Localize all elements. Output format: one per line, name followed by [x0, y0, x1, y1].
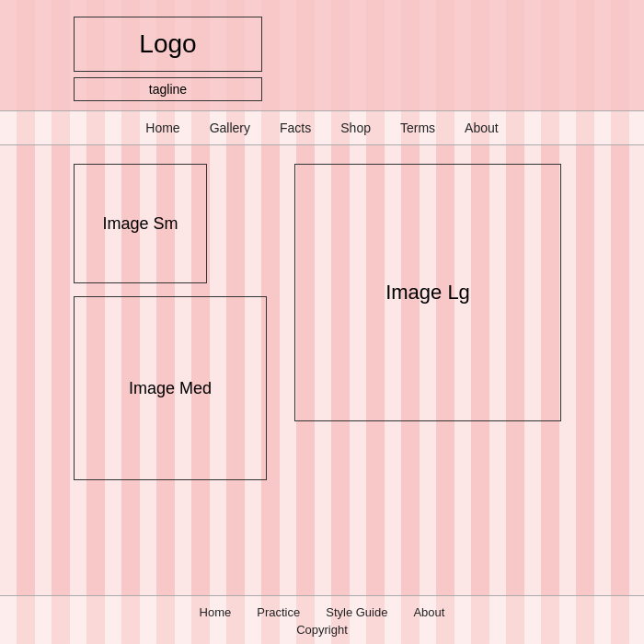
footer-nav-item-home[interactable]: Home [200, 605, 232, 619]
footer: Home Practice Style Guide About Copyrigh… [0, 595, 644, 644]
footer-copyright: Copyright [296, 623, 348, 637]
nav-item-gallery[interactable]: Gallery [210, 121, 250, 135]
tagline-box: tagline [74, 77, 262, 101]
left-column: Image Sm Image Med [74, 164, 267, 577]
nav-item-terms[interactable]: Terms [400, 121, 435, 135]
nav-bar: Home Gallery Facts Shop Terms About [0, 110, 644, 145]
nav-item-shop[interactable]: Shop [340, 121, 371, 135]
nav-item-home[interactable]: Home [145, 121, 179, 135]
header: Logo tagline [0, 0, 644, 110]
logo-text: Logo [139, 29, 196, 59]
image-med-box: Image Med [74, 296, 267, 480]
image-sm-label: Image Sm [102, 214, 178, 234]
right-column: Image Lg [294, 164, 570, 577]
nav-item-about[interactable]: About [465, 121, 499, 135]
logo-box: Logo [74, 17, 262, 72]
footer-nav: Home Practice Style Guide About [200, 605, 445, 619]
image-lg-box: Image Lg [294, 164, 561, 421]
image-lg-label: Image Lg [385, 281, 470, 305]
footer-nav-item-practice[interactable]: Practice [257, 605, 300, 619]
nav-item-facts[interactable]: Facts [280, 121, 311, 135]
page-wrapper: Logo tagline Home Gallery Facts Shop Ter… [0, 0, 644, 644]
footer-nav-item-about[interactable]: About [413, 605, 444, 619]
main-content: Image Sm Image Med Image Lg [0, 145, 644, 595]
footer-nav-item-style-guide[interactable]: Style Guide [326, 605, 387, 619]
tagline-text: tagline [149, 82, 187, 97]
image-med-label: Image Med [129, 379, 212, 398]
image-sm-box: Image Sm [74, 164, 207, 283]
